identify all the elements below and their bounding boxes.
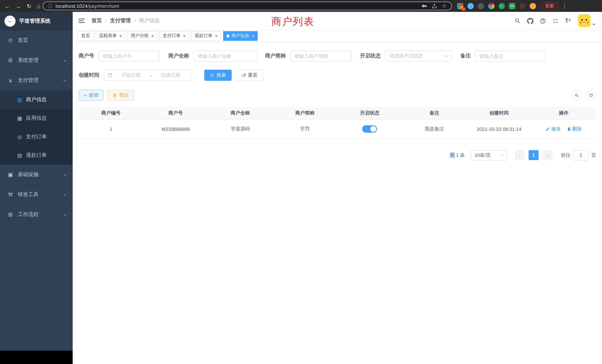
next-page-button[interactable]: › — [542, 150, 552, 160]
search-icon — [574, 93, 579, 98]
extension-green-book-icon[interactable] — [509, 3, 515, 9]
sidebar-item-payment-management[interactable]: ¥ 支付管理 — [0, 70, 73, 90]
fullscreen-icon[interactable] — [552, 18, 559, 24]
close-icon[interactable]: × — [215, 33, 218, 38]
browser-menu-icon[interactable]: ⋮ — [558, 3, 569, 9]
browser-update-button[interactable]: 更新 — [541, 2, 558, 10]
total-count: 1 — [456, 152, 459, 158]
tab-user-group[interactable]: 用户分组× — [128, 31, 157, 41]
back-icon[interactable]: ← — [4, 3, 10, 9]
extension-dark-icon[interactable] — [478, 3, 484, 9]
tab-label: 退款订单 — [195, 33, 212, 39]
refresh-table-button[interactable] — [586, 90, 596, 100]
sidebar-item-payment-orders[interactable]: ◎ 支付订单 — [0, 128, 73, 146]
export-button[interactable]: 导出 — [107, 90, 134, 101]
close-icon[interactable]: × — [183, 33, 186, 38]
tab-label: 商户信息 — [231, 33, 249, 39]
cell-create-time: 2021-10-23 08:31:14 — [467, 119, 531, 139]
extension-avatar-icon[interactable] — [488, 3, 494, 9]
user-menu[interactable] — [578, 14, 595, 27]
pagination-jumper: 前往 页 — [561, 150, 596, 160]
sidebar-menu: ⊙ 首页 ⚙ 系统管理 ¥ 支付管理 ▥ 商户信息 — [0, 30, 73, 351]
help-icon[interactable] — [540, 18, 546, 24]
tab-process-form[interactable]: 流程表单× — [96, 31, 125, 41]
date-separator: - — [149, 73, 152, 78]
sidebar-item-home[interactable]: ⊙ 首页 — [0, 30, 73, 50]
breadcrumb-separator: / — [105, 18, 107, 24]
extension-green-check-icon[interactable]: ✓ — [498, 3, 505, 9]
close-icon[interactable]: × — [151, 33, 154, 38]
tab-home[interactable]: 首页 — [78, 31, 93, 41]
add-button[interactable]: + 新增 — [79, 90, 103, 101]
browser-extensions: 10 ✓ — [457, 3, 536, 9]
hamburger-icon[interactable] — [73, 19, 91, 23]
extension-orange-icon[interactable] — [529, 3, 536, 9]
sidebar-item-merchant-info[interactable]: ▥ 商户信息 — [0, 90, 73, 109]
sidebar-item-infrastructure[interactable]: ▣ 基础设施 — [0, 165, 73, 185]
full-name-input[interactable] — [194, 50, 257, 62]
extension-blue-icon[interactable] — [467, 3, 473, 9]
remark-input[interactable] — [475, 50, 546, 62]
delete-link[interactable]: 删除 — [567, 126, 582, 132]
reload-icon[interactable]: ↻ — [27, 3, 31, 9]
page-size-select[interactable]: 10条/页 — [471, 150, 507, 160]
main-area: 首页 / 支付管理 / 商户信息 商户列表 TT — [73, 12, 602, 364]
goto-page-input[interactable] — [573, 150, 589, 160]
extension-knot-icon[interactable] — [519, 3, 526, 9]
tab-merchant-info[interactable]: 商户信息× — [223, 31, 258, 41]
sidebar-item-workflow[interactable]: ⊞ 工作流程 — [0, 205, 73, 225]
status-toggle[interactable] — [362, 125, 377, 133]
font-size-icon[interactable]: TT — [565, 18, 571, 24]
sidebar-item-label: 首页 — [18, 37, 28, 44]
home-icon[interactable]: ⌂ — [37, 3, 40, 9]
address-bar[interactable]: ⓘ localhost:1024/pay/merchant ☆ — [43, 1, 452, 10]
reset-button[interactable]: ↺ 重置 — [236, 70, 263, 81]
search-button[interactable]: 搜索 — [204, 70, 232, 81]
document-icon: ▤ — [16, 152, 24, 158]
forward-icon[interactable]: → — [16, 3, 21, 9]
payment-submenu: ▥ 商户信息 ▦ 应用信息 ◎ 支付订单 ▤ 退款订单 — [0, 90, 73, 165]
status-select[interactable]: 请选择开启状态 — [385, 50, 452, 62]
sidebar-item-dev-tools[interactable]: ⚒ 研发工具 — [0, 185, 73, 205]
url-text[interactable]: localhost:1024/pay/merchant — [55, 3, 419, 9]
tab-payment-orders[interactable]: 支付订单× — [159, 31, 189, 41]
table-row: 1 M233666999 芋道源码 芋艿 我是备注 2021-10-23 08:… — [79, 119, 596, 139]
share-icon[interactable] — [432, 3, 437, 9]
sidebar-item-refund-orders[interactable]: ▤ 退款订单 — [0, 146, 73, 165]
merchant-no-input[interactable] — [99, 50, 160, 62]
bookmark-star-icon[interactable]: ☆ — [442, 3, 447, 9]
close-icon[interactable]: × — [119, 33, 122, 38]
tab-label: 用户分组 — [131, 33, 149, 39]
top-navbar: 首页 / 支付管理 / 商户信息 商户列表 TT — [73, 12, 602, 30]
short-name-input[interactable] — [290, 50, 351, 62]
sidebar-item-system-management[interactable]: ⚙ 系统管理 — [0, 50, 73, 70]
create-time-range-picker[interactable]: 开始日期 - 结束日期 — [104, 70, 191, 81]
edit-link[interactable]: 修改 — [546, 126, 561, 132]
sidebar-item-app-info[interactable]: ▦ 应用信息 — [0, 109, 73, 128]
tab-refund-orders[interactable]: 退款订单× — [191, 31, 221, 41]
close-icon[interactable]: × — [252, 33, 254, 38]
breadcrumb-current: 商户信息 — [139, 17, 160, 24]
toggle-search-button[interactable] — [572, 90, 582, 100]
app-logo[interactable]: 芋道管理系统 — [0, 12, 73, 30]
merchant-no-label: 商户号 — [79, 53, 94, 59]
status-select-placeholder: 请选择开启状态 — [389, 53, 443, 59]
chevron-up-icon — [63, 79, 66, 83]
breadcrumb-payment[interactable]: 支付管理 — [110, 17, 131, 24]
monitor-icon: ▣ — [6, 171, 15, 178]
prev-page-button[interactable]: ‹ — [515, 150, 525, 160]
download-icon — [112, 93, 117, 98]
extension-colorful-icon[interactable]: 10 — [457, 3, 463, 9]
end-date-placeholder[interactable]: 结束日期 — [154, 72, 188, 79]
page-number-button[interactable]: 1 — [529, 150, 539, 160]
github-icon[interactable] — [527, 18, 533, 24]
pagination-total: 共 1 条 — [450, 152, 465, 159]
search-icon[interactable] — [515, 18, 521, 24]
status-label: 开启状态 — [360, 53, 381, 59]
password-key-icon[interactable] — [422, 3, 427, 9]
start-date-placeholder[interactable]: 开始日期 — [114, 72, 148, 79]
breadcrumb-home[interactable]: 首页 — [92, 17, 102, 24]
extension-badge: 10 — [461, 7, 466, 11]
avatar[interactable] — [578, 14, 591, 27]
page-info-icon[interactable]: ⓘ — [48, 3, 53, 8]
